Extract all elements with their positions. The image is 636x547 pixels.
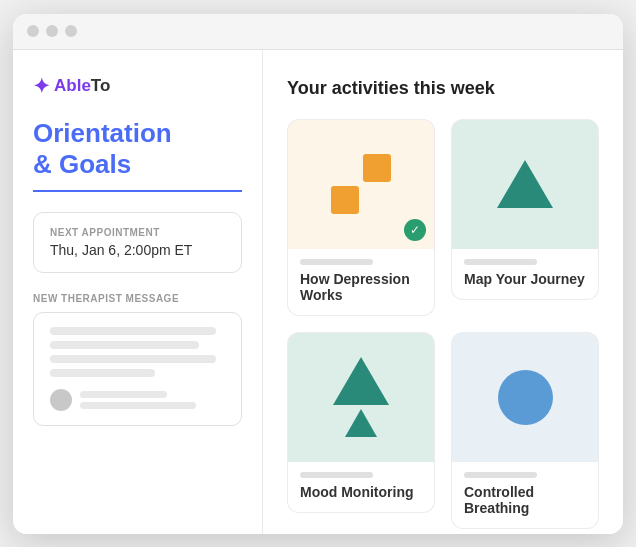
- window-dot-3: [65, 25, 77, 37]
- logo[interactable]: ✦ AbleTo: [33, 74, 242, 98]
- appointment-card: NEXT APPOINTMENT Thu, Jan 6, 2:00pm ET: [33, 212, 242, 273]
- card-info-bar-4: [464, 472, 537, 478]
- logo-icon: ✦: [33, 74, 50, 98]
- appointment-label: NEXT APPOINTMENT: [50, 227, 225, 238]
- window-dot-2: [46, 25, 58, 37]
- message-avatar-lines: [80, 391, 225, 409]
- card-info-bar-2: [464, 259, 537, 265]
- triangle-large: [497, 160, 553, 208]
- message-line-1: [50, 327, 216, 335]
- appointment-time: Thu, Jan 6, 2:00pm ET: [50, 242, 225, 258]
- window-body: ✦ AbleTo Orientation & Goals NEXT APPOIN…: [13, 50, 623, 534]
- card-mood-monitoring[interactable]: Mood Monitoring: [287, 332, 435, 529]
- main-content: Your activities this week ✓ How De: [263, 50, 623, 534]
- title-bar: [13, 14, 623, 50]
- card-name-4: Controlled Breathing: [464, 484, 586, 516]
- card-info-2: Map Your Journey: [451, 249, 599, 300]
- therapist-label: NEW THERAPIST MESSAGE: [33, 293, 242, 304]
- card-image-warm: ✓: [287, 119, 435, 249]
- message-lines: [50, 327, 225, 377]
- message-line-2: [50, 341, 199, 349]
- therapist-section: NEW THERAPIST MESSAGE: [33, 293, 242, 426]
- avatar-line-2: [80, 402, 196, 409]
- completed-badge: ✓: [404, 219, 426, 241]
- main-title: Your activities this week: [287, 78, 599, 99]
- card-info-4: Controlled Breathing: [451, 462, 599, 529]
- avatar: [50, 389, 72, 411]
- card-name-2: Map Your Journey: [464, 271, 586, 287]
- card-map-journey[interactable]: Map Your Journey: [451, 119, 599, 316]
- section-title: Orientation & Goals: [33, 118, 242, 192]
- logo-text: AbleTo: [54, 76, 110, 96]
- message-line-3: [50, 355, 216, 363]
- card-info-1: How Depression Works: [287, 249, 435, 316]
- sidebar: ✦ AbleTo Orientation & Goals NEXT APPOIN…: [13, 50, 263, 534]
- triangle-stack-small: [345, 409, 377, 437]
- card-image-light-teal: [287, 332, 435, 462]
- square-top-right: [363, 154, 391, 182]
- squares-icon: [331, 154, 391, 214]
- card-info-bar-1: [300, 259, 373, 265]
- circle-icon: [498, 370, 553, 425]
- message-card[interactable]: [33, 312, 242, 426]
- app-window: ✦ AbleTo Orientation & Goals NEXT APPOIN…: [13, 14, 623, 534]
- card-name-3: Mood Monitoring: [300, 484, 422, 500]
- triangle-stack-icon: [333, 357, 389, 437]
- card-name-1: How Depression Works: [300, 271, 422, 303]
- activities-grid: ✓ How Depression Works: [287, 119, 599, 529]
- triangle-icon: [497, 160, 553, 208]
- card-image-teal: [451, 119, 599, 249]
- card-controlled-breathing[interactable]: Controlled Breathing: [451, 332, 599, 529]
- card-info-3: Mood Monitoring: [287, 462, 435, 513]
- card-how-depression[interactable]: ✓ How Depression Works: [287, 119, 435, 316]
- window-dot-1: [27, 25, 39, 37]
- card-info-bar-3: [300, 472, 373, 478]
- card-image-light-blue: [451, 332, 599, 462]
- message-avatar-row: [50, 389, 225, 411]
- triangle-stack-large: [333, 357, 389, 405]
- message-line-4: [50, 369, 155, 377]
- avatar-line-1: [80, 391, 167, 398]
- square-bottom-left: [331, 186, 359, 214]
